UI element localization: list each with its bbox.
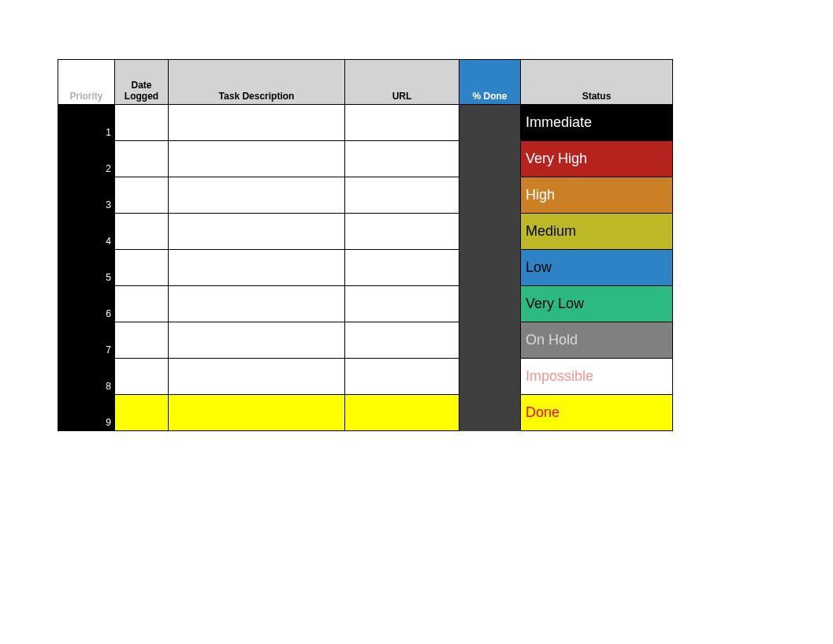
cell-priority[interactable]: 6 (58, 286, 115, 322)
cell-task-description[interactable] (169, 250, 345, 286)
cell-pct-done[interactable] (459, 250, 521, 286)
cell-priority[interactable]: 8 (58, 359, 115, 395)
cell-url[interactable] (345, 177, 459, 214)
cell-status[interactable]: Very Low (521, 286, 673, 322)
cell-priority[interactable]: 1 (58, 105, 115, 141)
cell-priority[interactable]: 4 (58, 214, 115, 250)
cell-priority[interactable]: 2 (58, 141, 115, 177)
table-header-row: Priority Date Logged Task Description UR… (58, 60, 673, 105)
col-header-pct-done: % Done (459, 60, 521, 105)
table-row: 9Done (58, 395, 673, 431)
cell-task-description[interactable] (169, 359, 345, 395)
col-header-status: Status (521, 60, 673, 105)
cell-status[interactable]: Medium (521, 214, 673, 250)
cell-date-logged[interactable] (115, 286, 169, 322)
table-row: 1Immediate (58, 105, 673, 141)
cell-date-logged[interactable] (115, 359, 169, 395)
cell-pct-done[interactable] (459, 214, 521, 250)
cell-pct-done[interactable] (459, 177, 521, 214)
cell-status[interactable]: Very High (521, 141, 673, 177)
col-header-url: URL (345, 60, 459, 105)
cell-date-logged[interactable] (115, 177, 169, 214)
cell-date-logged[interactable] (115, 141, 169, 177)
cell-priority[interactable]: 9 (58, 395, 115, 431)
cell-date-logged[interactable] (115, 214, 169, 250)
cell-url[interactable] (345, 250, 459, 286)
cell-pct-done[interactable] (459, 286, 521, 322)
task-table: Priority Date Logged Task Description UR… (58, 59, 673, 431)
cell-pct-done[interactable] (459, 395, 521, 431)
cell-pct-done[interactable] (459, 141, 521, 177)
cell-status[interactable]: Done (521, 395, 673, 431)
cell-priority[interactable]: 5 (58, 250, 115, 286)
table-row: 5Low (58, 250, 673, 286)
cell-status[interactable]: Impossible (521, 359, 673, 395)
cell-url[interactable] (345, 322, 459, 359)
table-row: 2Very High (58, 141, 673, 177)
cell-task-description[interactable] (169, 322, 345, 359)
cell-task-description[interactable] (169, 395, 345, 431)
table-row: 4Medium (58, 214, 673, 250)
cell-task-description[interactable] (169, 177, 345, 214)
cell-url[interactable] (345, 105, 459, 141)
table-row: 8Impossible (58, 359, 673, 395)
cell-url[interactable] (345, 286, 459, 322)
col-header-task-desc: Task Description (169, 60, 345, 105)
col-header-priority: Priority (58, 60, 115, 105)
cell-date-logged[interactable] (115, 322, 169, 359)
col-header-date-logged: Date Logged (115, 60, 169, 105)
cell-task-description[interactable] (169, 286, 345, 322)
cell-pct-done[interactable] (459, 105, 521, 141)
cell-task-description[interactable] (169, 105, 345, 141)
cell-priority[interactable]: 3 (58, 177, 115, 214)
cell-date-logged[interactable] (115, 105, 169, 141)
cell-url[interactable] (345, 359, 459, 395)
cell-priority[interactable]: 7 (58, 322, 115, 359)
cell-url[interactable] (345, 214, 459, 250)
cell-task-description[interactable] (169, 141, 345, 177)
cell-pct-done[interactable] (459, 359, 521, 395)
cell-date-logged[interactable] (115, 250, 169, 286)
table-row: 3High (58, 177, 673, 214)
table-row: 6Very Low (58, 286, 673, 322)
cell-url[interactable] (345, 395, 459, 431)
cell-status[interactable]: High (521, 177, 673, 214)
cell-url[interactable] (345, 141, 459, 177)
cell-status[interactable]: On Hold (521, 322, 673, 359)
cell-pct-done[interactable] (459, 322, 521, 359)
cell-status[interactable]: Immediate (521, 105, 673, 141)
cell-date-logged[interactable] (115, 395, 169, 431)
table-row: 7On Hold (58, 322, 673, 359)
cell-status[interactable]: Low (521, 250, 673, 286)
cell-task-description[interactable] (169, 214, 345, 250)
